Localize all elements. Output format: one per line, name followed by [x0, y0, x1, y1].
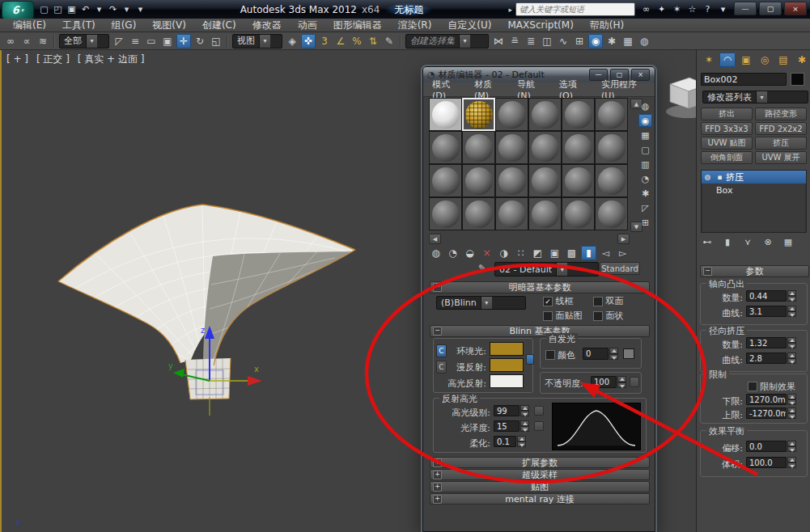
- upper-limit-field[interactable]: -1270.0m: [746, 407, 787, 419]
- material-sample-slot[interactable]: [595, 164, 628, 197]
- angle-snap-icon[interactable]: ∠: [333, 34, 348, 49]
- select-and-link-icon[interactable]: ∞: [3, 34, 18, 49]
- layer-manager-icon[interactable]: ≣: [524, 34, 538, 49]
- material-sample-slot[interactable]: [562, 164, 595, 197]
- select-and-manipulate-icon[interactable]: ✜: [301, 34, 316, 49]
- limit-effect-checkbox[interactable]: [748, 382, 757, 391]
- modifier-button-squeeze[interactable]: 挤压: [755, 137, 807, 150]
- material-type-button[interactable]: Standard: [600, 262, 640, 275]
- slots-scroll-right-button[interactable]: ▶: [617, 234, 630, 244]
- modifier-button-extrude[interactable]: 挤出: [701, 108, 753, 120]
- make-unique-icon[interactable]: ⋎: [740, 236, 755, 248]
- material-sample-slot[interactable]: [462, 197, 495, 230]
- search-input[interactable]: [515, 2, 635, 16]
- self-illum-spinner[interactable]: [609, 348, 618, 360]
- lock-maps-button[interactable]: [526, 354, 534, 365]
- app-logo-icon[interactable]: 6▾: [2, 1, 34, 19]
- menu-item-views[interactable]: 视图(V): [144, 19, 194, 32]
- material-sample-slot[interactable]: [528, 131, 562, 164]
- menu-item-create[interactable]: 创建(C): [194, 19, 244, 32]
- help-icon[interactable]: ?: [701, 3, 715, 16]
- render-setup-icon[interactable]: ✱: [604, 34, 619, 49]
- shader-type-dropdown[interactable]: (B)Blinn: [436, 296, 526, 310]
- rendered-frame-window-icon[interactable]: ▦: [621, 34, 635, 49]
- ambient-color-swatch[interactable]: [490, 342, 524, 356]
- assign-material-to-selection-icon[interactable]: ◒: [462, 246, 477, 260]
- specular-color-swatch[interactable]: [490, 374, 524, 388]
- menu-item-rendering[interactable]: 渲染(R): [390, 19, 440, 32]
- background-icon[interactable]: ▦: [638, 129, 652, 141]
- stack-item-box[interactable]: Box: [702, 184, 806, 196]
- material-sample-slot[interactable]: [495, 164, 528, 197]
- quick-access-customize-icon[interactable]: ▾: [134, 2, 146, 15]
- reset-map-icon[interactable]: ×: [479, 246, 494, 260]
- menu-item-modifiers[interactable]: 修改器: [244, 19, 290, 32]
- maximize-button[interactable]: ▢: [759, 2, 782, 15]
- material-map-navigator-icon[interactable]: ⊞: [638, 216, 652, 229]
- material-sample-slot[interactable]: [462, 131, 495, 164]
- material-sample-slot[interactable]: [562, 197, 595, 230]
- two-sided-checkbox[interactable]: [593, 297, 603, 306]
- minimize-button[interactable]: —: [734, 2, 757, 15]
- menu-item-graph-editors[interactable]: 图形编辑器: [325, 19, 390, 32]
- opacity-spinner[interactable]: [617, 376, 626, 388]
- stack-item-squeeze[interactable]: ◍▪ 挤压: [702, 171, 806, 184]
- bias-spinner[interactable]: [787, 441, 796, 452]
- subscription-center-icon[interactable]: ✦: [655, 3, 668, 16]
- faceted-checkbox[interactable]: [593, 311, 603, 321]
- opacity-map-button[interactable]: [630, 377, 639, 387]
- unlink-selection-icon[interactable]: ∝: [19, 34, 34, 49]
- video-color-check-icon[interactable]: ▥: [638, 158, 652, 171]
- search-icon[interactable]: ∞: [639, 3, 653, 16]
- material-sample-slot[interactable]: [462, 164, 495, 197]
- show-end-result-icon[interactable]: ▮: [720, 236, 735, 248]
- redo-icon[interactable]: ↷: [107, 2, 119, 15]
- material-sample-slot[interactable]: [562, 98, 595, 131]
- curve-editor-icon[interactable]: ∿: [556, 34, 570, 49]
- schematic-view-icon[interactable]: ⊞: [572, 34, 587, 49]
- soften-field[interactable]: 0.1: [494, 436, 516, 447]
- bias-field[interactable]: 0.0: [746, 441, 787, 452]
- lock-diffuse-specular-button[interactable]: C: [436, 361, 447, 374]
- get-material-icon[interactable]: ◍: [428, 246, 443, 260]
- glossiness-map-button[interactable]: [534, 421, 544, 431]
- selection-filter-dropdown[interactable]: 全部: [59, 34, 109, 49]
- material-sample-slot[interactable]: [429, 131, 462, 164]
- material-sample-slot[interactable]: [528, 197, 562, 230]
- tab-utilities-icon[interactable]: ✱: [794, 53, 810, 67]
- axial-curve-spinner[interactable]: [787, 306, 796, 317]
- new-scene-icon[interactable]: ▢: [38, 2, 50, 15]
- material-sample-slot[interactable]: [495, 197, 528, 230]
- modifier-button-unwrap-uvw[interactable]: UVW 展开: [755, 151, 807, 164]
- modifier-list-dropdown[interactable]: 修改器列表: [702, 91, 808, 103]
- rectangular-selection-region-icon[interactable]: ▭: [144, 34, 159, 49]
- make-material-copy-icon[interactable]: ◑: [496, 246, 511, 260]
- favorites-icon[interactable]: ☆: [685, 3, 699, 16]
- volume-spinner[interactable]: [787, 457, 796, 468]
- viewport-shading-menu[interactable]: [ 真实 + 边面 ]: [78, 53, 145, 65]
- tab-hierarchy-icon[interactable]: ▣: [738, 53, 754, 67]
- view-cube[interactable]: [666, 78, 696, 118]
- material-sample-slot[interactable]: [595, 131, 628, 164]
- modifier-button-bevel-profile[interactable]: 倒角剖面: [701, 151, 753, 164]
- radial-amount-field[interactable]: 1.32: [746, 337, 787, 348]
- redo-dropdown-icon[interactable]: ▾: [121, 2, 133, 15]
- menu-item-animation[interactable]: 动画: [290, 19, 325, 32]
- object-color-swatch[interactable]: [791, 73, 804, 86]
- menu-item-group[interactable]: 组(G): [104, 19, 145, 32]
- select-by-material-icon[interactable]: ◸: [638, 201, 652, 214]
- parameters-rollout[interactable]: − 参数: [700, 265, 809, 277]
- tab-display-icon[interactable]: ▤: [775, 53, 791, 67]
- show-shaded-material-icon[interactable]: ▮: [581, 246, 596, 260]
- material-sample-slot[interactable]: [595, 98, 628, 131]
- visibility-bulb-icon[interactable]: ◍: [702, 172, 713, 183]
- material-sample-slot[interactable]: [429, 98, 462, 131]
- window-crossing-icon[interactable]: ▣: [160, 34, 175, 49]
- menu-item-edit[interactable]: 编辑(E): [5, 19, 54, 32]
- menu-item-tools[interactable]: 工具(T): [54, 19, 104, 32]
- diffuse-color-swatch[interactable]: [490, 358, 524, 372]
- help-dropdown-icon[interactable]: ▾: [716, 3, 730, 16]
- glossiness-spinner[interactable]: [520, 420, 529, 432]
- configure-modifier-sets-icon[interactable]: ▦: [781, 236, 795, 248]
- material-sample-slot[interactable]: [562, 131, 595, 164]
